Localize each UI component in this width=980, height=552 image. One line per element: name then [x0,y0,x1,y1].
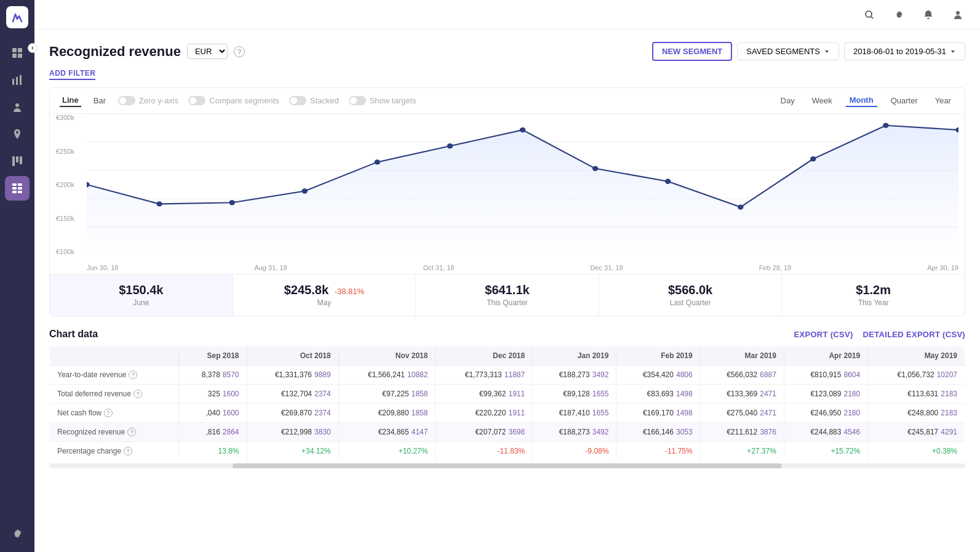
info-icon[interactable]: ? [133,390,142,398]
svg-point-7 [15,103,19,107]
summary-this-year-value: $1.2m [792,283,955,297]
topbar [34,0,980,30]
time-week-button[interactable]: Week [808,95,836,106]
x-label-oct: Oct 31, 18 [423,264,455,271]
table-cell: €248,8002183 [868,404,965,423]
table-cell: -9.08% [533,442,616,461]
new-segment-button[interactable]: NEW SEGMENT [652,42,732,61]
gear-icon[interactable] [889,5,909,25]
summary-last-quarter: $566.0k Last Quarter [599,274,783,316]
sidebar-item-grid[interactable] [5,41,30,65]
svg-rect-15 [12,191,17,193]
table-cell: +34.12% [247,442,338,461]
col-header-apr2019: Apr 2019 [784,346,867,366]
sidebar-item-users[interactable] [5,95,30,119]
data-point-4[interactable] [375,159,380,164]
info-icon[interactable]: ? [129,370,137,379]
sidebar-item-chart[interactable] [5,68,30,92]
show-targets-toggle[interactable] [349,96,366,105]
table-cell: €246,9502180 [784,404,867,423]
svg-rect-12 [18,183,22,186]
sidebar-item-location[interactable] [5,122,30,146]
table-cell: €132,7042374 [247,385,338,404]
detailed-export-link[interactable]: DETAILED EXPORT (CSV) [863,330,965,339]
compare-segments-toggle[interactable] [188,96,205,105]
x-label-aug: Aug 31, 18 [254,264,287,271]
sidebar-nav [5,41,30,521]
date-range-button[interactable]: 2018-06-01 to 2019-05-31 [844,42,965,60]
time-quarter-button[interactable]: Quarter [887,95,922,106]
time-day-button[interactable]: Day [777,95,799,106]
currency-select[interactable]: EURUSDGBP [187,44,228,59]
table-cell: €1,056,73210207 [868,366,965,385]
y-label-250k: €250k [56,148,74,155]
table-cell: €1,331,3769889 [247,366,338,385]
data-point-1[interactable] [156,201,162,206]
chart-type-line[interactable]: Line [60,94,81,107]
zero-y-axis-toggle[interactable] [118,96,135,105]
table-cell: €89,1281655 [533,385,616,404]
y-label-200k: €200k [56,181,74,188]
time-month-button[interactable]: Month [846,94,877,107]
data-point-5[interactable] [447,143,453,148]
data-point-6[interactable] [520,127,525,132]
col-header-may2019: May 2019 [868,346,965,366]
table-cell: €123,0892180 [784,385,867,404]
sidebar-item-kanban[interactable] [5,149,30,174]
table-cell: €1,773,31311887 [436,366,533,385]
svg-rect-0 [12,48,17,52]
table-cell: €209,8801858 [338,404,436,423]
chart-x-labels: Jun 30, 18 Aug 31, 18 Oct 31, 18 Dec 31,… [87,264,958,271]
summary-june-label: June [60,298,223,307]
table-cell: €188,2733492 [533,366,616,385]
chart-toolbar-left: Line Bar Zero y-axis Compare segments St… [60,94,416,107]
info-icon[interactable]: ? [127,428,136,436]
sidebar-collapse-toggle[interactable] [28,43,38,53]
app-logo[interactable] [6,6,28,28]
user-profile-icon[interactable] [948,5,968,25]
help-icon[interactable]: ? [234,46,245,57]
table-row: Year-to-date revenue?8,3788570€1,331,376… [50,366,965,385]
scrollbar-area[interactable] [49,463,965,468]
table-cell: +0.38% [868,442,965,461]
saved-segments-label: SAVED SEGMENTS [746,47,820,56]
bell-icon[interactable] [918,5,938,25]
saved-segments-button[interactable]: SAVED SEGMENTS [737,42,839,60]
table-cell: €245,8174291 [868,423,965,442]
export-csv-link[interactable]: EXPORT (CSV) [794,330,853,339]
add-filter-button[interactable]: ADD FILTER [49,69,95,80]
sidebar-item-table[interactable] [5,176,30,201]
chart-type-bar[interactable]: Bar [91,95,108,106]
info-icon[interactable]: ? [104,409,113,417]
table-cell: €269,8702374 [247,404,338,423]
sidebar-item-settings[interactable] [5,521,30,546]
svg-rect-8 [12,156,15,166]
table-cell: €244,8834546 [784,423,867,442]
info-icon[interactable]: ? [124,447,132,455]
summary-may-label: May [243,298,406,307]
y-label-300k: €300k [56,114,74,121]
data-point-11[interactable] [883,123,888,128]
chart-svg-wrapper [87,114,958,255]
main-content: Recognized revenue EURUSDGBP ? NEW SEGME… [34,0,980,552]
stacked-toggle[interactable] [289,96,306,105]
data-point-10[interactable] [810,156,816,161]
search-icon[interactable] [859,5,879,25]
data-point-3[interactable] [302,188,308,193]
table-cell: €220,2201911 [436,404,533,423]
summary-this-year-label: This Year [792,298,955,307]
svg-rect-6 [20,75,22,85]
scrollbar-thumb[interactable] [233,463,782,468]
chart-y-labels: €300k €250k €200k €150k €100k [56,114,74,255]
data-point-8[interactable] [665,179,671,184]
svg-rect-16 [18,191,22,193]
stacked-toggle-group: Stacked [289,96,339,105]
data-point-9[interactable] [738,204,743,209]
table-cell: +10.27% [338,442,436,461]
table-cell: €99,3621911 [436,385,533,404]
table-cell: €211,6123876 [700,423,784,442]
time-year-button[interactable]: Year [931,95,955,106]
table-cell: ,0401600 [179,404,247,423]
data-point-2[interactable] [229,200,234,205]
data-point-7[interactable] [592,166,598,171]
